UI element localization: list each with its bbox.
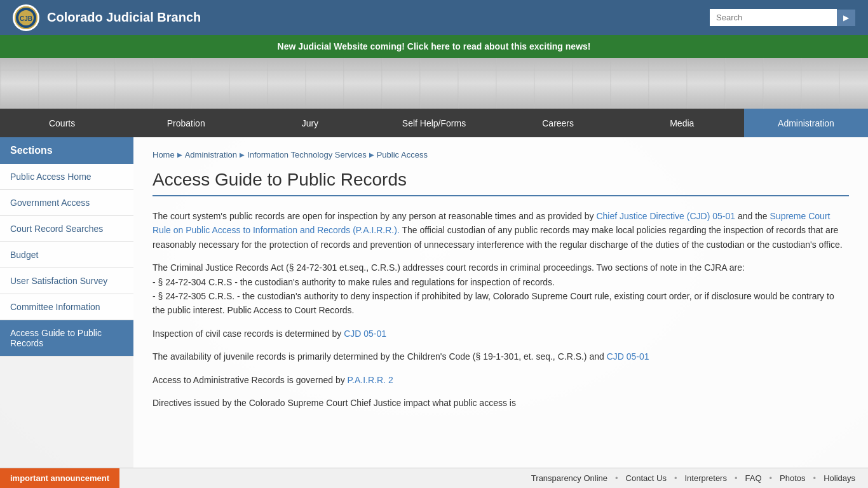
breadcrumb-item-home[interactable]: Home bbox=[153, 150, 175, 159]
hero-background bbox=[0, 58, 868, 109]
content-body: The court system's public records are op… bbox=[153, 209, 849, 410]
hero-image bbox=[0, 58, 868, 109]
breadcrumb-item-public-access[interactable]: Public Access bbox=[377, 150, 428, 159]
footer-separator: • bbox=[735, 473, 738, 483]
announcement-bar[interactable]: New Judicial Website coming! Click here … bbox=[0, 35, 868, 58]
breadcrumb-separator: ▶ bbox=[369, 151, 374, 158]
sidebar-item-court-record-searches[interactable]: Court Record Searches bbox=[0, 216, 133, 242]
breadcrumb-item-information-technology-services[interactable]: Information Technology Services bbox=[247, 150, 367, 159]
sidebar-item-public-access-home[interactable]: Public Access Home bbox=[0, 164, 133, 190]
breadcrumb-separator: ▶ bbox=[177, 151, 182, 158]
footer-separator: • bbox=[813, 473, 817, 483]
content-link-p3[interactable]: CJD 05-01 bbox=[344, 329, 386, 339]
content-paragraph-p3: Inspection of civil case records is dete… bbox=[153, 327, 849, 341]
sidebar-item-committee-information[interactable]: Committee Information bbox=[0, 294, 133, 320]
page-title: Access Guide to Public Records bbox=[153, 170, 849, 196]
footer-link-faq[interactable]: FAQ bbox=[745, 473, 762, 483]
nav-item-careers[interactable]: Careers bbox=[496, 109, 620, 137]
breadcrumb-item-administration[interactable]: Administration bbox=[185, 150, 237, 159]
nav-item-courts[interactable]: Courts bbox=[0, 109, 124, 137]
footer-separator: • bbox=[674, 473, 677, 483]
breadcrumb-separator: ▶ bbox=[240, 151, 245, 158]
breadcrumb: Home▶Administration▶Information Technolo… bbox=[153, 150, 849, 159]
search-form: ▶ bbox=[710, 9, 855, 26]
announcement-link[interactable]: New Judicial Website coming! Click here … bbox=[278, 41, 591, 51]
site-title-text: Colorado Judicial Branch bbox=[47, 10, 201, 25]
content-paragraph-p5: Access to Administrative Records is gove… bbox=[153, 373, 849, 387]
site-logo: CJB bbox=[13, 4, 39, 31]
footer-link-contact-us[interactable]: Contact Us bbox=[626, 473, 667, 483]
svg-text:CJB: CJB bbox=[20, 15, 32, 22]
content-area: Home▶Administration▶Information Technolo… bbox=[133, 137, 868, 488]
content-paragraph-p2: The Criminal Justice Records Act (§ 24-7… bbox=[153, 261, 849, 318]
content-paragraph-p6: Directives issued by the Colorado Suprem… bbox=[153, 396, 849, 410]
content-paragraph-p1: The court system's public records are op… bbox=[153, 209, 849, 252]
nav-item-jury[interactable]: Jury bbox=[248, 109, 372, 137]
content-link-p4[interactable]: CJD 05-01 bbox=[607, 351, 649, 362]
nav-item-self-help-forms[interactable]: Self Help/Forms bbox=[372, 109, 496, 137]
footer-link-interpreters[interactable]: Interpreters bbox=[684, 473, 726, 483]
main-nav: CourtsProbationJurySelf Help/FormsCareer… bbox=[0, 109, 868, 137]
content-paragraph-p4: The availability of juvenile records is … bbox=[153, 349, 849, 363]
important-announcement-badge[interactable]: important announcement bbox=[0, 468, 119, 488]
search-input[interactable] bbox=[710, 9, 837, 26]
header-brand: CJB Colorado Judicial Branch bbox=[13, 4, 201, 31]
footer-separator: • bbox=[615, 473, 618, 483]
footer-link-transparency-online[interactable]: Transparency Online bbox=[531, 473, 607, 483]
footer-separator: • bbox=[770, 473, 773, 483]
content-link-p5[interactable]: P.A.I.R.R. 2 bbox=[348, 375, 393, 385]
site-header: CJB Colorado Judicial Branch ▶ bbox=[0, 0, 868, 35]
nav-item-media[interactable]: Media bbox=[620, 109, 744, 137]
nav-item-administration[interactable]: Administration bbox=[744, 109, 868, 137]
main-wrapper: Sections Public Access HomeGovernment Ac… bbox=[0, 137, 868, 488]
content-link-cjd[interactable]: Chief Justice Directive (CJD) 05-01 bbox=[596, 211, 735, 221]
sidebar-item-user-satisfaction-survey[interactable]: User Satisfaction Survey bbox=[0, 268, 133, 294]
footer-link-holidays[interactable]: Holidays bbox=[824, 473, 855, 483]
nav-item-probation[interactable]: Probation bbox=[124, 109, 248, 137]
footer-bar: Transparency Online•Contact Us•Interpret… bbox=[0, 468, 868, 488]
sidebar-heading: Sections bbox=[0, 137, 133, 164]
search-button[interactable]: ▶ bbox=[837, 10, 855, 26]
sidebar-item-government-access[interactable]: Government Access bbox=[0, 190, 133, 216]
footer-link-photos[interactable]: Photos bbox=[780, 473, 805, 483]
sidebar-item-access-guide-to-public-records[interactable]: Access Guide to Public Records bbox=[0, 320, 133, 356]
sidebar-item-budget[interactable]: Budget bbox=[0, 242, 133, 268]
sidebar: Sections Public Access HomeGovernment Ac… bbox=[0, 137, 133, 488]
